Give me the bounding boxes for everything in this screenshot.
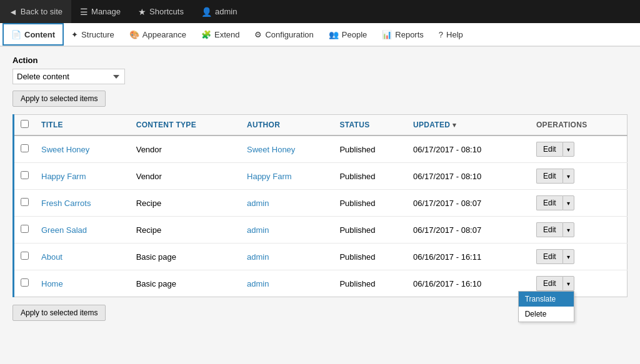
edit-dropdown-button[interactable]: ▾ [562,222,574,237]
select-all-checkbox[interactable] [21,120,29,128]
action-select[interactable]: Delete content Unpublish content Publish… [12,69,125,84]
back-to-site-button[interactable]: ◄ Back to site [0,0,71,23]
row-status-cell: Published [333,163,407,190]
row-author-cell: admin [241,190,333,217]
header-content-type: CONTENT TYPE [130,115,241,136]
author-link[interactable]: Sweet Honey [247,145,295,154]
row-checkbox-cell [14,217,36,243]
header-operations: OPERATIONS [530,115,628,136]
admin-user-button[interactable]: 👤 admin [192,0,246,23]
author-link[interactable]: admin [247,199,269,208]
edit-dropdown-button[interactable]: ▾ [562,195,574,210]
nav-appearance[interactable]: 🎨 Appearance [122,23,194,46]
row-checkbox[interactable] [21,225,29,233]
row-content-type-cell: Vendor [130,163,241,190]
apply-bottom-button[interactable]: Apply to selected items [12,305,106,321]
edit-btn-group: Edit ▾ [536,222,621,237]
edit-dropdown-button[interactable]: ▾ [562,276,574,291]
table-row: Fresh Carrots Recipe admin Published 06/… [14,190,628,217]
action-label: Action [12,56,628,65]
star-icon: ★ [138,7,146,17]
edit-btn-group: Edit ▾ [536,249,621,264]
shortcuts-button[interactable]: ★ Shortcuts [129,0,192,23]
table-row: About Basic page admin Published 06/16/2… [14,243,628,270]
edit-btn-group: Edit ▾ [536,169,621,184]
row-title-cell: Happy Farm [35,163,130,190]
manage-icon: ☰ [80,7,88,17]
row-checkbox-cell [14,243,36,270]
reports-icon: 📊 [382,30,392,39]
edit-button[interactable]: Edit [536,249,562,264]
author-link[interactable]: admin [247,225,269,235]
nav-people[interactable]: 👥 People [321,23,374,46]
author-link[interactable]: admin [247,252,269,262]
author-link[interactable]: Happy Farm [247,172,292,181]
row-checkbox[interactable] [21,198,29,206]
row-status-cell: Published [333,243,407,270]
row-content-type-cell: Recipe [130,190,241,217]
header-author: AUTHOR [241,115,333,136]
manage-button[interactable]: ☰ Manage [71,0,129,23]
title-link[interactable]: Green Salad [41,225,87,235]
row-checkbox-cell [14,135,36,163]
row-author-cell: admin [241,243,333,270]
row-title-cell: About [35,243,130,270]
row-updated-cell: 06/17/2017 - 08:10 [407,163,530,190]
appearance-icon: 🎨 [129,30,139,39]
row-checkbox[interactable] [21,144,29,152]
edit-button[interactable]: Edit [536,142,562,157]
row-operations-cell: Edit ▾ [530,135,628,163]
edit-button[interactable]: Edit [536,276,562,291]
row-author-cell: admin [241,217,333,243]
row-checkbox[interactable] [21,278,29,287]
row-author-cell: Happy Farm [241,163,333,190]
header-status: STATUS [333,115,407,136]
nav-content[interactable]: 📄 Content [2,23,64,46]
header-updated[interactable]: UPDATED ▾ [407,115,530,136]
table-row: Green Salad Recipe admin Published 06/17… [14,217,628,243]
sort-arrow-icon: ▾ [452,121,456,129]
person-icon: 👤 [201,7,212,17]
edit-dropdown-button[interactable]: ▾ [562,142,574,157]
row-checkbox-cell [14,190,36,217]
title-link[interactable]: Sweet Honey [41,145,89,154]
edit-button[interactable]: Edit [536,195,562,210]
nav-structure[interactable]: ✦ Structure [64,23,122,46]
content-area: Action Delete content Unpublish content … [0,47,640,330]
author-link[interactable]: admin [247,279,269,288]
row-content-type-cell: Recipe [130,217,241,243]
nav-extend[interactable]: 🧩 Extend [194,23,247,46]
nav-help[interactable]: ? Help [431,23,471,46]
title-link[interactable]: Happy Farm [41,172,86,181]
row-title-cell: Sweet Honey [35,135,130,163]
title-link[interactable]: About [41,252,62,262]
edit-dropdown-button[interactable]: ▾ [562,169,574,184]
edit-button[interactable]: Edit [536,222,562,237]
row-updated-cell: 06/17/2017 - 08:07 [407,217,530,243]
row-content-type-cell: Vendor [130,135,241,163]
row-title-cell: Home [35,270,130,297]
edit-dropdown-container: Edit ▾ Translate Delete [536,276,574,291]
help-icon: ? [439,30,443,39]
edit-btn-group: Edit ▾ [536,195,621,210]
row-checkbox[interactable] [21,171,29,179]
row-updated-cell: 06/17/2017 - 08:10 [407,135,530,163]
apply-top-button[interactable]: Apply to selected items [12,91,106,107]
title-link[interactable]: Fresh Carrots [41,199,91,208]
nav-bar: 📄 Content ✦ Structure 🎨 Appearance 🧩 Ext… [0,23,640,47]
admin-bar: ◄ Back to site ☰ Manage ★ Shortcuts 👤 ad… [0,0,640,23]
row-checkbox[interactable] [21,252,29,260]
edit-dropdown-button[interactable]: ▾ [562,249,574,264]
nav-configuration[interactable]: ⚙ Configuration [247,23,321,46]
row-checkbox-cell [14,270,36,297]
edit-btn-group: Edit ▾ [536,276,574,291]
edit-button[interactable]: Edit [536,169,562,184]
title-link[interactable]: Home [41,279,63,288]
row-operations-cell: Edit ▾ [530,190,628,217]
row-operations-cell: Edit ▾ [530,217,628,243]
row-status-cell: Published [333,270,407,297]
nav-reports[interactable]: 📊 Reports [374,23,431,46]
delete-menu-item[interactable]: Delete [519,307,574,322]
translate-menu-item[interactable]: Translate [519,292,574,307]
extend-icon: 🧩 [201,30,211,39]
